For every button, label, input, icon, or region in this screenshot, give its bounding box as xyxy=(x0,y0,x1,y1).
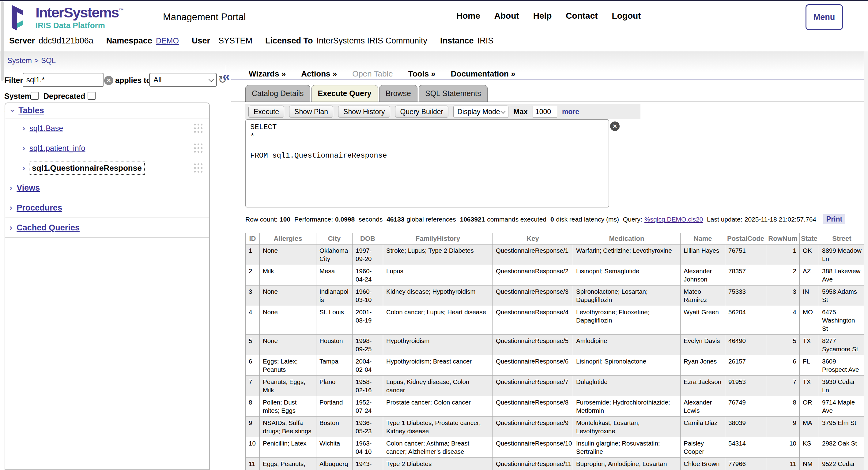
cell-medication: Spironolactone; Losartan; Dapagliflozin xyxy=(573,286,681,306)
column-header-postalcode: PostalCode xyxy=(725,233,766,244)
cell-rownum: 10 xyxy=(766,437,800,458)
cell-street: 9522 Cedar Ln xyxy=(819,458,865,470)
cell-dob: 1963-04-10 xyxy=(352,437,383,458)
button-execute[interactable]: Execute xyxy=(248,106,284,118)
nav-about[interactable]: About xyxy=(494,11,519,21)
menu-button[interactable]: Menu xyxy=(806,4,843,30)
cell-allergies: Pollen; Dust mites; Eggs xyxy=(260,396,316,417)
cell-medication: Lisinopril; Spironolactone xyxy=(573,355,681,376)
toolbar-actions[interactable]: Actions » xyxy=(301,69,337,79)
breadcrumb-separator: > xyxy=(34,56,39,65)
display-mode-select[interactable]: Display Mode xyxy=(453,106,508,118)
deprecated-checkbox[interactable] xyxy=(88,92,96,100)
cell-city: Wichita xyxy=(316,437,352,458)
table-link-sql1-questionnaireresponse[interactable]: sql1.QuestionnaireResponse xyxy=(29,162,144,174)
vertical-scrollbar[interactable] xyxy=(864,52,868,470)
query-textarea[interactable]: SELECT * FROM sql1.QuestionnaireResponse xyxy=(245,119,609,207)
toolbar-tools[interactable]: Tools » xyxy=(408,69,436,79)
cell-postalcode: 76749 xyxy=(725,396,766,417)
filter-input[interactable] xyxy=(23,73,103,87)
sidebar-item-procedures[interactable]: Procedures xyxy=(17,203,62,213)
drag-handle-icon[interactable] xyxy=(193,143,203,154)
cell-familyhistory: Type 2 Diabetes xyxy=(383,458,493,470)
query-class-link[interactable]: %sqlcq.DEMO.cls20 xyxy=(644,216,703,223)
nav-home[interactable]: Home xyxy=(456,11,480,21)
cell-name: Ezra Jackson xyxy=(681,376,725,396)
chevron-right-icon[interactable]: › xyxy=(9,203,12,213)
toolbar-wizards[interactable]: Wizards » xyxy=(249,69,286,79)
cell-street: 9714 Maple Ave xyxy=(819,396,865,417)
chevron-right-icon[interactable]: › xyxy=(22,123,25,133)
button-query-builder[interactable]: Query Builder xyxy=(395,106,449,118)
more-link[interactable]: more xyxy=(562,108,579,116)
cell-city: Plano xyxy=(316,376,352,396)
server-info-row: Serverddc9d121b06aNamespaceDEMOUser_SYST… xyxy=(9,36,493,45)
max-label: Max xyxy=(513,107,528,116)
cell-postalcode: 26157 xyxy=(725,355,766,376)
chevron-right-icon[interactable]: › xyxy=(9,223,12,233)
cell-medication: Levothyroxine; Fluoxetine; Dapagliflozin xyxy=(573,306,681,335)
cell-postalcode: 54314 xyxy=(725,437,766,458)
cell-dob: 1960-03-10 xyxy=(352,286,383,306)
cell-rownum: 2 xyxy=(766,265,800,286)
chevron-right-icon[interactable]: › xyxy=(22,143,25,153)
deprecated-label: Deprecated xyxy=(43,92,85,101)
commands-value: 1063921 xyxy=(460,216,485,223)
applies-to-value: All xyxy=(153,75,162,84)
chevron-expanded-icon[interactable]: › xyxy=(8,109,18,112)
cell-dob: 2004-02-04 xyxy=(352,355,383,376)
cell-postalcode: 56204 xyxy=(725,306,766,335)
drag-handle-icon[interactable] xyxy=(193,123,203,134)
cell-allergies: None xyxy=(260,306,316,335)
sidebar-item-cached-queries[interactable]: Cached Queries xyxy=(17,223,80,233)
cell-dob: 1943-11-01 xyxy=(352,458,383,470)
max-input[interactable] xyxy=(533,106,557,118)
info-namespace: NamespaceDEMO xyxy=(106,36,179,45)
toolbar-documentation[interactable]: Documentation » xyxy=(451,69,516,79)
breadcrumb-system[interactable]: System xyxy=(7,56,32,65)
cell-name: Mateo Ramirez xyxy=(681,286,725,306)
cell-id: 5 xyxy=(246,335,260,355)
filter-clear-icon[interactable]: ✕ xyxy=(104,76,113,85)
nav-logout[interactable]: Logout xyxy=(612,11,641,21)
info-value-link[interactable]: DEMO xyxy=(156,36,179,45)
info-label: Server xyxy=(9,36,35,45)
button-show-plan[interactable]: Show Plan xyxy=(289,106,333,118)
tab-sql-statements[interactable]: SQL Statements xyxy=(419,85,488,102)
drag-handle-icon[interactable] xyxy=(193,163,203,174)
cell-key: QuestionnaireResponse/6 xyxy=(493,355,573,376)
intersystems-logo: InterSystems™ IRIS Data Platform xyxy=(8,3,124,32)
cell-name: Camila Diaz xyxy=(681,417,725,437)
query-clear-icon[interactable]: ✕ xyxy=(610,122,620,131)
chevron-right-icon[interactable]: › xyxy=(9,183,12,193)
applies-to-select[interactable]: All xyxy=(149,73,217,87)
collapse-sidebar-icon[interactable]: « xyxy=(222,68,230,85)
cell-id: 6 xyxy=(246,355,260,376)
cell-street: 3795 Elm St xyxy=(819,417,865,437)
tab-browse[interactable]: Browse xyxy=(379,85,417,102)
column-header-id: ID xyxy=(246,233,260,244)
nav-help[interactable]: Help xyxy=(533,11,552,21)
table-link-sql1-base[interactable]: sql1.Base xyxy=(29,124,63,133)
cell-postalcode: 77966 xyxy=(725,458,766,470)
brand-tagline: IRIS Data Platform xyxy=(35,21,124,30)
display-mode-value: Display Mode xyxy=(457,108,500,116)
sidebar-item-views[interactable]: Views xyxy=(17,183,40,193)
tab-catalog-details[interactable]: Catalog Details xyxy=(245,85,310,102)
toolbar-open-table: Open Table xyxy=(352,69,393,79)
scrollbar-thumb[interactable] xyxy=(1,1,4,81)
table-row: 5NoneHouston1998-09-25HypothyroidismQues… xyxy=(246,335,865,355)
tab-execute-query[interactable]: Execute Query xyxy=(311,85,378,102)
print-button[interactable]: Print xyxy=(823,214,845,224)
cell-rownum: 9 xyxy=(766,417,800,437)
cell-city: Indianapolis xyxy=(316,286,352,306)
chevron-right-icon[interactable]: › xyxy=(22,163,25,173)
cell-id: 11 xyxy=(246,458,260,470)
nav-contact[interactable]: Contact xyxy=(566,11,597,21)
button-show-history[interactable]: Show History xyxy=(338,106,390,118)
system-checkbox[interactable] xyxy=(31,92,39,100)
table-link-sql1-patient-info[interactable]: sql1.patient_info xyxy=(29,144,85,153)
page-title: Management Portal xyxy=(163,12,246,23)
cell-street: 8899 Meadow Ln xyxy=(819,244,865,265)
sidebar-item-tables[interactable]: Tables xyxy=(19,106,44,115)
